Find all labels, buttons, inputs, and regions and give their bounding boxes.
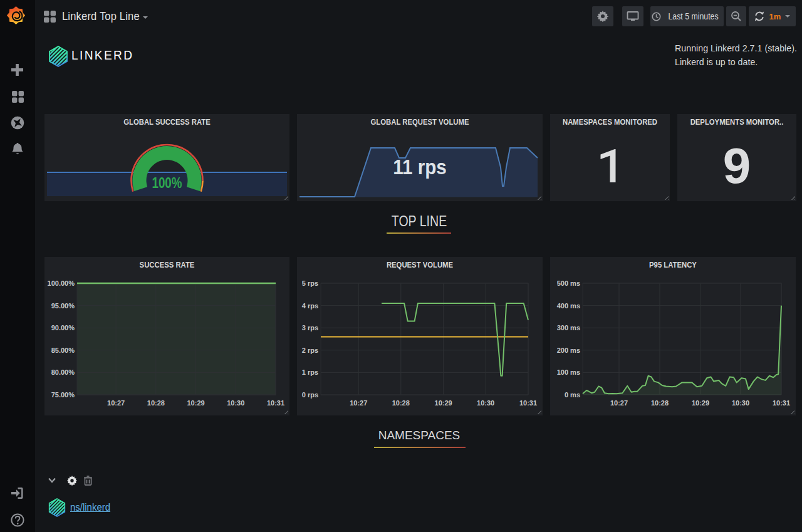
svg-text:100%: 100%	[152, 174, 182, 191]
